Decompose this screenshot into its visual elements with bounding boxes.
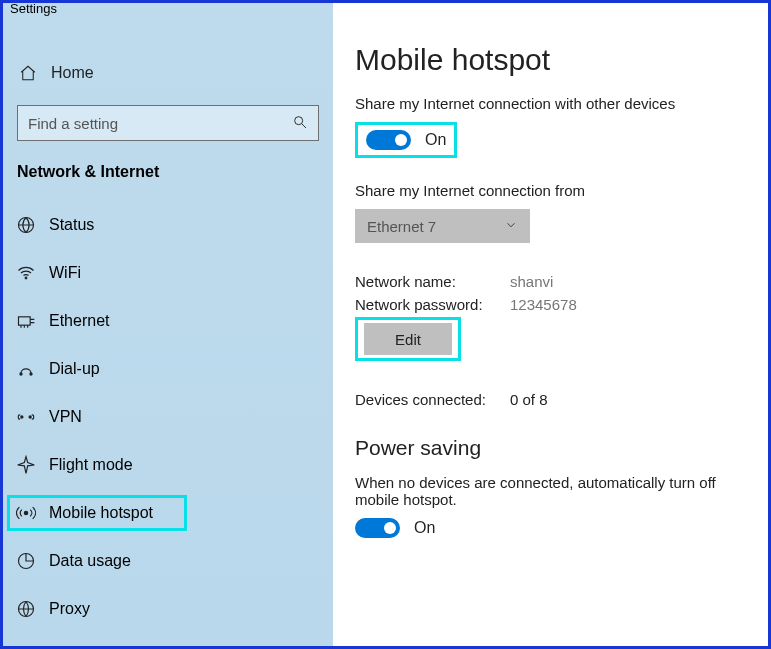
chevron-down-icon <box>504 218 518 235</box>
sidebar-item-wifi[interactable]: WiFi <box>3 249 333 297</box>
edit-button[interactable]: Edit <box>364 323 452 355</box>
search-icon <box>292 114 308 133</box>
network-password-value: 12345678 <box>510 296 577 313</box>
hotspot-icon <box>15 503 37 523</box>
sidebar-home[interactable]: Home <box>3 53 333 93</box>
sidebar-item-datausage[interactable]: Data usage <box>3 537 333 585</box>
power-toggle-label: On <box>414 519 435 537</box>
sidebar-item-ethernet[interactable]: Ethernet <box>3 297 333 345</box>
network-name-value: shanvi <box>510 273 553 290</box>
sidebar-item-label: Data usage <box>49 552 131 570</box>
share-description: Share my Internet connection with other … <box>355 95 746 112</box>
airplane-icon <box>15 455 37 475</box>
sidebar: Home Find a setting Network & Internet S… <box>3 3 333 646</box>
main-content: Mobile hotspot Share my Internet connect… <box>333 3 768 646</box>
power-saving-title: Power saving <box>355 436 746 460</box>
ethernet-icon <box>15 311 37 331</box>
home-label: Home <box>51 64 94 82</box>
svg-point-4 <box>20 373 22 375</box>
sidebar-item-label: Dial-up <box>49 360 100 378</box>
window-title: Settings <box>10 1 57 16</box>
network-name-label: Network name: <box>355 273 510 290</box>
datausage-icon <box>15 551 37 571</box>
svg-point-8 <box>24 511 27 514</box>
search-input[interactable]: Find a setting <box>17 105 319 141</box>
share-toggle-highlight: On <box>355 122 457 158</box>
power-toggle[interactable] <box>355 518 400 538</box>
svg-point-6 <box>20 415 23 418</box>
sidebar-item-label: Ethernet <box>49 312 109 330</box>
share-from-value: Ethernet 7 <box>367 218 436 235</box>
svg-point-5 <box>30 373 32 375</box>
sidebar-item-label: WiFi <box>49 264 81 282</box>
svg-rect-3 <box>19 317 31 325</box>
svg-point-7 <box>29 415 32 418</box>
share-from-label: Share my Internet connection from <box>355 182 746 199</box>
sidebar-item-flightmode[interactable]: Flight mode <box>3 441 333 489</box>
share-toggle[interactable] <box>366 130 411 150</box>
share-from-select[interactable]: Ethernet 7 <box>355 209 530 243</box>
vpn-icon <box>15 407 37 427</box>
network-password-label: Network password: <box>355 296 510 313</box>
sidebar-item-dialup[interactable]: Dial-up <box>3 345 333 393</box>
sidebar-item-proxy[interactable]: Proxy <box>3 585 333 633</box>
svg-point-2 <box>25 277 27 279</box>
category-title: Network & Internet <box>3 155 333 201</box>
sidebar-item-label: Flight mode <box>49 456 133 474</box>
sidebar-item-vpn[interactable]: VPN <box>3 393 333 441</box>
globe-icon <box>15 215 37 235</box>
dialup-icon <box>15 359 37 379</box>
svg-point-0 <box>295 116 303 124</box>
sidebar-item-mobilehotspot[interactable]: Mobile hotspot <box>3 489 333 537</box>
share-toggle-label: On <box>425 131 446 149</box>
sidebar-item-label: Proxy <box>49 600 90 618</box>
power-saving-desc: When no devices are connected, automatic… <box>355 474 746 508</box>
page-title: Mobile hotspot <box>355 43 746 77</box>
sidebar-item-label: Mobile hotspot <box>49 504 153 522</box>
devices-connected-value: 0 of 8 <box>510 391 548 408</box>
search-placeholder: Find a setting <box>28 115 118 132</box>
wifi-icon <box>15 263 37 283</box>
sidebar-item-label: VPN <box>49 408 82 426</box>
devices-connected-label: Devices connected: <box>355 391 510 408</box>
home-icon <box>17 64 39 82</box>
proxy-icon <box>15 599 37 619</box>
sidebar-item-status[interactable]: Status <box>3 201 333 249</box>
sidebar-item-label: Status <box>49 216 94 234</box>
